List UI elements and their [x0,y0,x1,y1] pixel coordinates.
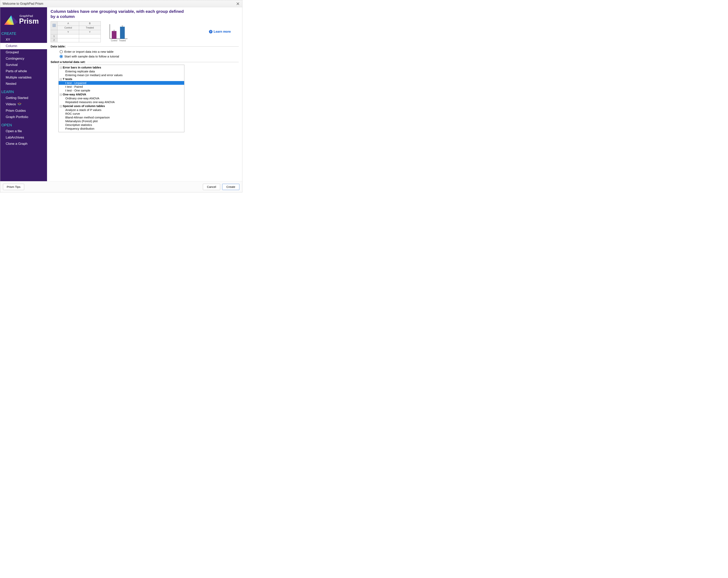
learn-more-link[interactable]: ? Learn more [209,30,231,33]
tree-item[interactable]: Ordinary one-way ANOVA [59,97,184,100]
body: GraphPad Prism CREATEXYColumnGroupedCont… [0,7,242,181]
svg-text:Treated: Treated [119,40,126,42]
tree-item[interactable]: Analyze a stack of P values [59,108,184,112]
sample-chart: ControlTreated [107,23,128,42]
sidebar-item-parts-of-whole[interactable]: Parts of whole [0,68,47,74]
sidebar-section-title: OPEN [0,120,47,128]
sample-table-icon: AB ControlTreated YY 1 2 [51,21,101,42]
window-title: Welcome to GraphPad Prism [3,2,43,5]
tree-item[interactable]: Bland-Altman method comparison [59,115,184,119]
sidebar-item-xy[interactable]: XY [0,36,47,43]
radio-label: Enter or import data into a new table [64,50,113,53]
prism-logo-icon [3,15,18,25]
radio-icon [60,50,63,53]
tree-item[interactable]: Entering mean (or median) and error valu… [59,73,184,77]
svg-rect-3 [53,24,55,27]
sidebar-item-contingency[interactable]: Contingency [0,55,47,62]
sidebar-item-column[interactable]: Column [0,43,47,49]
welcome-window: Welcome to GraphPad Prism [0,0,242,192]
sidebar-item-survival[interactable]: Survival [0,62,47,68]
tree-group-header[interactable]: −Special uses of column tables [59,104,184,108]
sidebar-section-title: CREATE [0,29,47,36]
logo: GraphPad Prism [0,9,47,29]
titlebar: Welcome to GraphPad Prism [0,0,242,7]
tree-group-header[interactable]: −One-way ANOVA [59,92,184,97]
tree-item[interactable]: Repeated measures one-way ANOVA [59,100,184,104]
footer: Prism Tips Cancel Create [0,181,242,192]
radio-icon [60,55,63,58]
create-button[interactable]: Create [222,184,239,190]
graduation-cap-icon [18,103,22,106]
sidebar-item-graph-portfolio[interactable]: Graph Portfolio [0,114,47,120]
sidebar-item-multiple-variables[interactable]: Multiple variables [0,74,47,81]
sidebar-item-open-a-file[interactable]: Open a file [0,128,47,134]
tree-item[interactable]: Frequency distribution [59,127,184,130]
tree-item[interactable]: ROC curve [59,112,184,115]
data-table-radio-group: Enter or import data into a new table St… [60,50,239,58]
svg-text:Control: Control [111,40,117,42]
radio-sample-data[interactable]: Start with sample data to follow a tutor… [60,55,239,58]
sidebar: GraphPad Prism CREATEXYColumnGroupedCont… [0,7,47,181]
main-panel: Column tables have one grouping variable… [47,7,242,181]
prism-tips-button[interactable]: Prism Tips [3,184,24,190]
radio-new-table[interactable]: Enter or import data into a new table [60,50,239,53]
sidebar-section-title: LEARN [0,87,47,95]
tree-group-header[interactable]: −T tests [59,77,184,81]
tree-item[interactable]: Metanalysis (Forest) plot [59,119,184,123]
collapse-icon: − [60,94,62,96]
table-icon [53,24,56,27]
learn-more-label: Learn more [214,30,231,33]
tree-item[interactable]: t test - Unpaired [59,81,184,85]
collapse-icon: − [60,78,62,80]
data-table-label: Data table: [51,45,239,48]
tree-item[interactable]: t test - One sample [59,88,184,92]
nav: CREATEXYColumnGroupedContingencySurvival… [0,29,47,147]
logo-brand-small: GraphPad [20,15,39,17]
tree-item[interactable]: t test - Paired [59,85,184,88]
sidebar-item-clone-a-graph[interactable]: Clone a Graph [0,141,47,147]
select-tutorial-label: Select a tutorial data set: [51,60,239,63]
sidebar-item-prism-guides[interactable]: Prism Guides [0,108,47,114]
cancel-button[interactable]: Cancel [203,184,220,190]
illustration-row: AB ControlTreated YY 1 2 ControlTreated … [51,21,239,42]
sidebar-item-nested[interactable]: Nested [0,81,47,87]
close-icon[interactable] [235,1,241,6]
sidebar-item-getting-started[interactable]: Getting Started [0,95,47,101]
collapse-icon: − [60,105,62,107]
radio-label: Start with sample data to follow a tutor… [64,55,119,58]
tree-item[interactable]: Entering replicate data [59,70,184,73]
sidebar-item-grouped[interactable]: Grouped [0,49,47,55]
collapse-icon: − [60,67,62,69]
logo-brand-big: Prism [19,18,39,25]
help-icon: ? [209,30,212,33]
tree-item[interactable]: Descriptive statistics [59,123,184,127]
svg-rect-6 [112,31,116,38]
page-title: Column tables have one grouping variable… [51,9,184,19]
tutorial-tree[interactable]: −Error bars in column tablesEntering rep… [58,65,184,132]
sidebar-item-labarchives[interactable]: LabArchives [0,134,47,141]
sidebar-item-videos[interactable]: Videos [0,101,47,108]
svg-rect-10 [120,27,125,38]
tree-group-header[interactable]: −Error bars in column tables [59,65,184,70]
